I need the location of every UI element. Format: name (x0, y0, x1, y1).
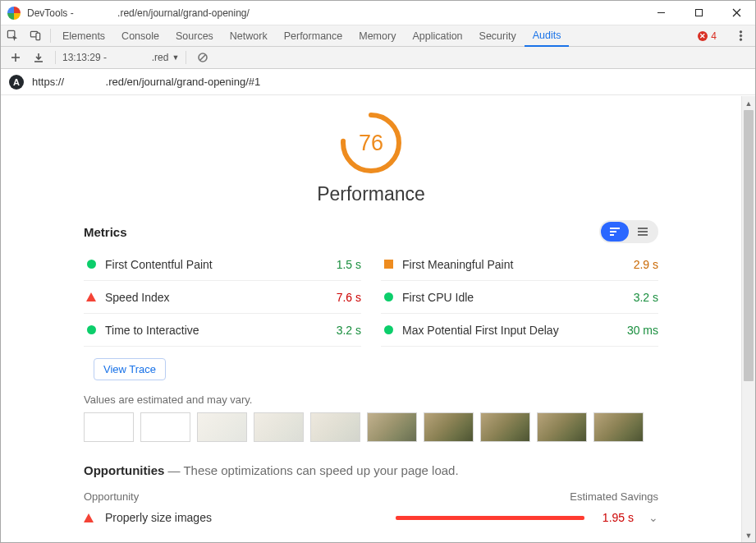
metric-value: 7.6 s (337, 291, 361, 304)
filmstrip-frame (84, 412, 134, 442)
filmstrip-frame (197, 412, 247, 442)
gauge-score: 76 (339, 111, 403, 175)
metric-value: 30 ms (627, 324, 658, 337)
metric-name: Time to Interactive (105, 324, 199, 337)
metric-value: 1.5 s (337, 258, 361, 271)
view-trace-button[interactable]: View Trace (94, 358, 166, 380)
tab-console[interactable]: Console (113, 25, 167, 46)
svg-point-7 (740, 31, 741, 33)
audit-url-bar: A https:// .red/en/journal/grand-opening… (1, 69, 755, 95)
audit-run-dropdown[interactable]: 13:13:29 - .red ▼ (62, 52, 179, 63)
audits-toolbar: 13:13:29 - .red ▼ (1, 47, 755, 69)
opportunity-name: Properly size images (105, 511, 212, 524)
tab-memory[interactable]: Memory (351, 25, 404, 46)
error-count-text: 4 (711, 30, 717, 42)
window-title: DevTools - .red/en/journal/grand-opening… (27, 7, 250, 19)
filmstrip-frame (424, 412, 474, 442)
filmstrip-frame (367, 412, 417, 442)
metric-value: 3.2 s (337, 324, 361, 337)
fail-icon (86, 292, 96, 301)
metric-value: 3.2 s (634, 291, 658, 304)
svg-point-9 (740, 39, 741, 40)
audit-url: https:// .red/en/journal/grand-opening/#… (32, 76, 260, 88)
metric-row: Time to Interactive3.2 s (84, 314, 361, 347)
metric-row: Max Potential First Input Delay30 ms (381, 314, 658, 347)
tab-audits[interactable]: Audits (525, 25, 570, 47)
new-audit-button[interactable] (6, 48, 25, 67)
window-close-button[interactable] (717, 1, 755, 25)
metric-row: First Meaningful Paint2.9 s (381, 248, 658, 281)
kebab-menu-icon[interactable] (729, 30, 752, 42)
filmstrip-frame (537, 412, 587, 442)
chrome-icon (7, 7, 21, 20)
svg-point-8 (740, 35, 741, 36)
tab-performance[interactable]: Performance (276, 25, 351, 46)
metric-name: First Contentful Paint (105, 258, 213, 271)
tab-elements[interactable]: Elements (54, 25, 113, 46)
scroll-down-icon[interactable]: ▼ (742, 528, 755, 542)
window-minimize-button[interactable] (642, 1, 680, 25)
metrics-view-toggle (599, 220, 658, 243)
svg-line-14 (200, 55, 206, 61)
clear-audit-button[interactable] (193, 48, 213, 67)
filmstrip-frame (310, 412, 360, 442)
savings-value: 1.95 s (594, 511, 634, 524)
metrics-view-expanded[interactable] (629, 222, 657, 242)
download-report-button[interactable] (29, 48, 48, 67)
metric-name: First CPU Idle (402, 291, 474, 304)
chevron-down-icon: ⌄ (648, 511, 658, 524)
opportunity-column-header: Opportunity (84, 490, 139, 503)
svg-rect-1 (695, 10, 702, 16)
tab-application[interactable]: Application (404, 25, 470, 46)
filmstrip-frame (593, 412, 644, 442)
scroll-up-icon[interactable]: ▲ (742, 96, 755, 110)
pass-icon (384, 292, 393, 301)
filmstrip-frame (480, 412, 530, 442)
gauge-label: Performance (317, 183, 425, 205)
metric-row: First Contentful Paint1.5 s (84, 248, 361, 281)
metrics-title: Metrics (84, 225, 127, 239)
tab-network[interactable]: Network (222, 25, 276, 46)
metrics-view-compact[interactable] (601, 222, 629, 242)
fail-icon (84, 513, 94, 522)
filmstrip-frame (140, 412, 190, 442)
filmstrip (84, 412, 658, 442)
savings-column-header: Estimated Savings (570, 490, 658, 503)
metric-name: First Meaningful Paint (402, 258, 513, 271)
pass-icon (87, 260, 96, 269)
pass-icon (384, 325, 393, 334)
metrics-note: Values are estimated and may vary. (84, 393, 658, 406)
vertical-scrollbar[interactable]: ▲ ▼ (741, 96, 755, 542)
savings-bar (396, 516, 584, 520)
error-icon: ✕ (698, 31, 708, 41)
metric-row: Speed Index7.6 s (84, 281, 361, 314)
window-maximize-button[interactable] (680, 1, 717, 25)
lighthouse-icon: A (9, 75, 24, 90)
metric-name: Speed Index (105, 291, 170, 304)
scroll-thumb[interactable] (744, 110, 754, 381)
opportunity-row[interactable]: Properly size images1.95 s⌄ (84, 511, 658, 524)
chevron-down-icon: ▼ (172, 53, 179, 62)
window-titlebar: DevTools - .red/en/journal/grand-opening… (1, 1, 755, 25)
metric-name: Max Potential First Input Delay (402, 324, 559, 337)
tab-sources[interactable]: Sources (167, 25, 222, 46)
metric-value: 2.9 s (634, 258, 658, 271)
metric-row: First CPU Idle3.2 s (381, 281, 658, 314)
device-toolbar-icon[interactable] (24, 25, 47, 46)
average-icon (384, 260, 393, 269)
devtools-tab-bar: ElementsConsoleSourcesNetworkPerformance… (1, 25, 755, 47)
opportunities-heading: Opportunities — These optimizations can … (84, 463, 658, 477)
svg-rect-6 (35, 33, 39, 39)
filmstrip-frame (254, 412, 304, 442)
tab-security[interactable]: Security (471, 25, 525, 46)
error-count-badge[interactable]: ✕ 4 (698, 30, 717, 42)
performance-gauge: 76 Performance (1, 111, 741, 205)
pass-icon (87, 325, 96, 334)
inspect-element-icon[interactable] (1, 25, 24, 46)
